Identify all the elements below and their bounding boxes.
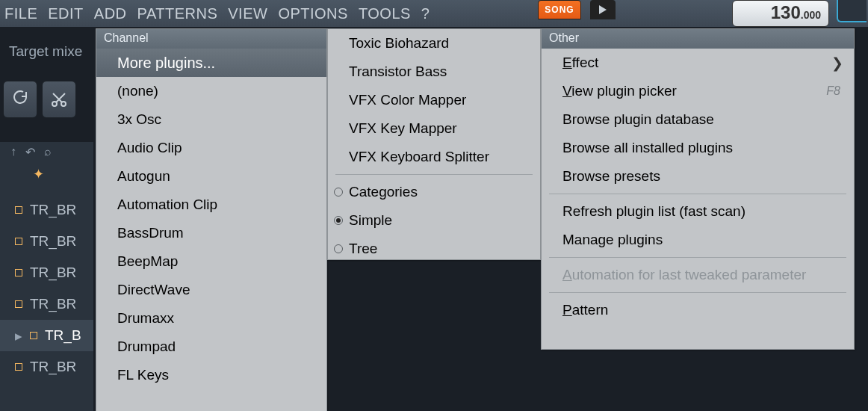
other-item[interactable]: Browse presets <box>542 162 854 191</box>
channel-item-label: BassDrum <box>117 225 184 241</box>
more-plugins-label: More plugins... <box>117 55 215 72</box>
menu-add[interactable]: ADD <box>94 5 127 22</box>
menu-patterns[interactable]: PATTERNS <box>137 5 218 22</box>
toolbar <box>3 81 76 121</box>
menu-separator <box>549 257 846 258</box>
tempo-frac: .000 <box>801 9 821 21</box>
other-item-label: Pattern <box>562 302 608 318</box>
plugin-item-label: Transistor Bass <box>349 64 447 80</box>
menu-separator <box>549 292 846 293</box>
other-item[interactable]: Browse plugin database <box>542 105 854 134</box>
target-mixer-label: Target mixe <box>3 43 88 63</box>
clip-label: TR_BR <box>30 265 76 281</box>
channel-menu[interactable]: Channel More plugins... (none)3x OscAudi… <box>96 28 327 411</box>
channel-item[interactable]: Autogun <box>96 162 326 191</box>
undo-button[interactable] <box>3 81 37 118</box>
song-mode-button[interactable]: SONG <box>538 0 581 19</box>
view-mode-categories[interactable]: Categories <box>328 178 540 206</box>
view-mode-tree[interactable]: Tree <box>328 235 540 263</box>
channel-item[interactable]: Automation Clip <box>96 191 326 219</box>
channel-item-label: Automation Clip <box>117 197 217 213</box>
play-button[interactable] <box>590 0 616 19</box>
plugin-item[interactable]: VFX Keyboard Splitter <box>328 143 540 171</box>
playlist-row[interactable]: TR_BR <box>0 257 93 288</box>
other-item[interactable]: Refresh plugin list (fast scan) <box>542 197 854 226</box>
plugin-item-label: VFX Color Mapper <box>349 92 466 108</box>
clip-label: TR_BR <box>30 202 76 218</box>
menu-file[interactable]: FILE <box>4 5 37 22</box>
other-menu-header: Other <box>542 29 854 49</box>
arrow-up-icon[interactable]: ↑ <box>10 145 16 159</box>
plugin-item[interactable]: Toxic Biohazard <box>328 29 540 58</box>
panel-corner <box>837 0 867 22</box>
browser-strip: ↑ ↶ ⌕ ✦ TR_BRTR_BRTR_BRTR_BR▸TR_BTR_BR <box>0 142 93 411</box>
tempo-display[interactable]: 130.000 <box>732 0 829 27</box>
channel-item[interactable]: Drumpad <box>96 333 326 361</box>
view-mode-label: Tree <box>349 241 377 257</box>
channel-item[interactable]: BeepMap <box>96 247 326 276</box>
view-mode-label: Categories <box>349 184 418 200</box>
radio-icon <box>334 188 343 197</box>
channel-item-label: Autogun <box>117 168 170 185</box>
plugin-item[interactable]: VFX Color Mapper <box>328 86 540 114</box>
playlist-row[interactable]: TR_BR <box>0 226 93 257</box>
menu-view[interactable]: VIEW <box>228 5 267 22</box>
channel-item-label: (none) <box>117 83 158 99</box>
channel-item[interactable]: Drumaxx <box>96 304 326 333</box>
playlist-row[interactable]: ▸TR_B <box>0 320 93 351</box>
playlist-row[interactable]: TR_BR <box>0 351 93 383</box>
other-item-label: Browse all installed plugins <box>562 140 733 156</box>
clip-icon <box>15 206 22 214</box>
clip-label: TR_BR <box>30 359 76 375</box>
other-item[interactable]: Effect❯ <box>542 49 854 77</box>
plugin-item[interactable]: Transistor Bass <box>328 58 540 86</box>
plugin-item[interactable]: VFX Key Mapper <box>328 114 540 143</box>
menu-separator <box>549 194 846 194</box>
other-item-label: Browse presets <box>562 168 660 185</box>
other-item[interactable]: Manage plugins <box>542 226 854 254</box>
view-mode-simple[interactable]: Simple <box>328 206 540 235</box>
menu-edit[interactable]: EDIT <box>48 5 84 22</box>
channel-menu-header: Channel <box>96 29 326 49</box>
other-item[interactable]: View plugin pickerF8 <box>542 77 854 105</box>
clip-icon <box>15 300 22 308</box>
clip-icon <box>30 332 37 339</box>
zoom-icon[interactable]: ⌕ <box>44 145 52 159</box>
menu-help[interactable]: ? <box>421 5 430 22</box>
channel-item[interactable]: DirectWave <box>96 276 326 304</box>
more-plugins-item[interactable]: More plugins... <box>96 49 326 77</box>
clip-icon <box>15 269 22 276</box>
plugin-list-menu[interactable]: Toxic BiohazardTransistor BassVFX Color … <box>327 28 541 260</box>
caret-icon: ▸ <box>15 327 22 344</box>
plugin-item-label: Toxic Biohazard <box>349 35 449 52</box>
channel-item[interactable]: 3x Osc <box>96 105 326 134</box>
clip-icon <box>15 363 22 371</box>
undo-icon[interactable]: ↶ <box>25 145 35 159</box>
plugin-item-label: VFX Key Mapper <box>349 120 457 137</box>
other-item-label: Automation for last tweaked parameter <box>562 267 806 283</box>
view-mode-label: Simple <box>349 212 392 229</box>
channel-item[interactable]: FL Keys <box>96 361 326 389</box>
channel-item[interactable]: Audio Clip <box>96 134 326 162</box>
other-item[interactable]: Pattern <box>542 296 854 324</box>
tempo-int: 130 <box>771 2 801 22</box>
clip-icon <box>15 238 22 245</box>
sparkle-icon: ✦ <box>33 166 44 182</box>
other-item: Automation for last tweaked parameter <box>542 261 854 289</box>
other-item-label: Effect <box>562 55 598 71</box>
clip-label: TR_BR <box>30 296 76 312</box>
playlist-row[interactable]: TR_BR <box>0 194 93 226</box>
other-item[interactable]: Browse all installed plugins <box>542 134 854 162</box>
playlist-row[interactable]: TR_BR <box>0 288 93 320</box>
channel-item-label: Drumpad <box>117 339 176 355</box>
channel-item-label: Drumaxx <box>117 310 174 327</box>
other-item-label: View plugin picker <box>562 83 677 99</box>
channel-item-label: Audio Clip <box>117 140 182 156</box>
other-item-label: Browse plugin database <box>562 111 714 128</box>
other-menu[interactable]: Other Effect❯View plugin pickerF8Browse … <box>541 28 855 350</box>
channel-item[interactable]: (none) <box>96 77 326 105</box>
menu-tools[interactable]: TOOLS <box>359 5 411 22</box>
menu-options[interactable]: OPTIONS <box>278 5 348 22</box>
channel-item[interactable]: BassDrum <box>96 219 326 247</box>
cut-button[interactable] <box>42 81 76 118</box>
